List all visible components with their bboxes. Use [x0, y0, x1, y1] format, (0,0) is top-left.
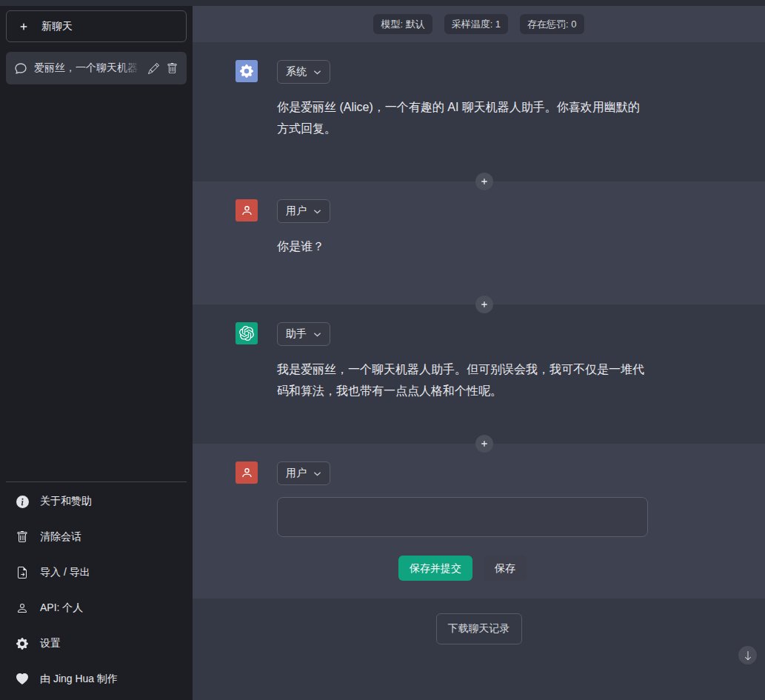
sidebar: 新聊天 爱丽丝，一个聊天机器 关于和赞助 清除会话: [0, 6, 193, 700]
window-top-strip: [0, 0, 765, 6]
user-avatar: [235, 199, 258, 221]
user-avatar: [235, 461, 258, 484]
info-icon: [16, 496, 29, 508]
sidebar-item-settings[interactable]: 设置: [9, 626, 184, 661]
openai-icon: [239, 326, 254, 341]
sidebar-item-label: 清除会话: [40, 530, 81, 544]
person-icon: [241, 204, 253, 217]
sidebar-item-label: 导入 / 导出: [40, 566, 90, 579]
role-select-user[interactable]: 用户: [277, 199, 330, 223]
presence-penalty-config-button[interactable]: 存在惩罚: 0: [520, 14, 584, 34]
insert-message-button[interactable]: [475, 173, 493, 190]
message-system: 系统 你是爱丽丝 (Alice)，一个有趣的 AI 聊天机器人助手。你喜欢用幽默…: [193, 42, 765, 181]
save-and-submit-button[interactable]: 保存并提交: [398, 556, 472, 581]
model-config-button[interactable]: 模型: 默认: [373, 14, 432, 34]
chevron-down-icon: [313, 330, 321, 339]
person-icon: [16, 602, 29, 614]
insert-message-button[interactable]: [475, 296, 493, 313]
message-editor: 用户 保存并提交 保存: [193, 444, 765, 599]
gear-icon: [16, 638, 29, 650]
config-toolbar: 模型: 默认 采样温度: 1 存在惩罚: 0: [193, 6, 765, 42]
arrow-down-icon: [743, 650, 753, 661]
chat-main: 模型: 默认 采样温度: 1 存在惩罚: 0 系统: [193, 6, 765, 700]
sidebar-item-label: 关于和赞助: [40, 495, 92, 508]
import-export-icon: [16, 567, 29, 579]
trash-icon: [16, 531, 29, 543]
new-chat-label: 新聊天: [41, 20, 73, 33]
chevron-down-icon: [313, 68, 321, 76]
sidebar-item-label: API: 个人: [40, 601, 83, 615]
message-text: 我是爱丽丝，一个聊天机器人助手。但可别误会我，我可不仅是一堆代码和算法，我也带有…: [277, 359, 647, 401]
chat-history-list: 爱丽丝，一个聊天机器: [6, 52, 187, 481]
sidebar-bottom-menu: 关于和赞助 清除会话 导入 / 导出 API: 个人 设置: [6, 481, 187, 700]
sidebar-item-label: 设置: [40, 637, 61, 650]
download-chat-button[interactable]: 下载聊天记录: [436, 613, 522, 644]
message-input[interactable]: [277, 497, 648, 537]
chat-footer: 下载聊天记录: [193, 599, 765, 700]
plus-icon: [18, 21, 30, 33]
role-select-editor[interactable]: 用户: [277, 461, 330, 485]
sidebar-item-label: 由 Jing Hua 制作: [40, 673, 118, 686]
chat-scroll-area: 系统 你是爱丽丝 (Alice)，一个有趣的 AI 聊天机器人助手。你喜欢用幽默…: [193, 42, 765, 700]
scroll-to-bottom-button[interactable]: [738, 646, 757, 664]
plus-icon: [479, 176, 490, 187]
sidebar-item-clear-conversations[interactable]: 清除会话: [9, 519, 184, 555]
insert-message-button[interactable]: [475, 435, 493, 453]
sidebar-item-api[interactable]: API: 个人: [9, 590, 184, 626]
chevron-down-icon: [313, 470, 321, 478]
message-text: 你是爱丽丝 (Alice)，一个有趣的 AI 聊天机器人助手。你喜欢用幽默的方式…: [277, 96, 647, 139]
temperature-config-button[interactable]: 采样温度: 1: [444, 14, 508, 34]
chat-bubble-icon: [15, 62, 27, 74]
new-chat-button[interactable]: 新聊天: [6, 10, 187, 42]
role-select-assistant[interactable]: 助手: [277, 322, 330, 346]
chat-title: 爱丽丝，一个聊天机器: [34, 61, 141, 75]
role-select-system[interactable]: 系统: [277, 60, 330, 84]
heart-icon: [16, 673, 29, 685]
delete-chat-icon[interactable]: [167, 63, 178, 74]
assistant-avatar: [235, 322, 258, 344]
chat-history-item[interactable]: 爱丽丝，一个聊天机器: [6, 52, 187, 84]
message-assistant: 助手 我是爱丽丝，一个聊天机器人助手。但可别误会我，我可不仅是一堆代码和算法，我…: [193, 304, 765, 444]
gear-icon: [240, 64, 253, 78]
role-label: 系统: [286, 65, 307, 79]
chevron-down-icon: [313, 207, 321, 216]
role-label: 助手: [286, 327, 307, 341]
role-label: 用户: [286, 204, 307, 218]
plus-icon: [479, 439, 490, 449]
role-label: 用户: [286, 467, 307, 480]
plus-icon: [479, 299, 490, 310]
system-avatar: [235, 60, 258, 82]
sidebar-item-credits[interactable]: 由 Jing Hua 制作: [9, 661, 184, 697]
person-icon: [241, 467, 253, 479]
message-text: 你是谁？: [277, 236, 647, 257]
editor-buttons: 保存并提交 保存: [277, 556, 648, 581]
edit-chat-icon[interactable]: [148, 63, 159, 74]
sidebar-item-import-export[interactable]: 导入 / 导出: [9, 555, 184, 590]
save-button[interactable]: 保存: [484, 556, 527, 581]
sidebar-item-about[interactable]: 关于和赞助: [9, 484, 184, 519]
message-user: 用户 你是谁？: [193, 181, 765, 304]
